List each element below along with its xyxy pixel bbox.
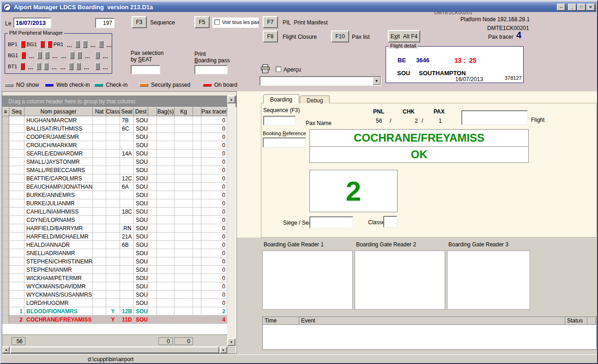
cell-bags bbox=[157, 257, 175, 266]
cell-name: COYNE/LORNAMS bbox=[24, 216, 93, 224]
table-row[interactable]: HARFIELD/BARRYMR.RNSOU0 bbox=[2, 224, 228, 233]
grid-column-header-paxtracer[interactable]: Pax tracer bbox=[201, 107, 227, 116]
title-bar[interactable]: Aiport Manager LDCS Boarding version 213… bbox=[2, 2, 596, 12]
table-row[interactable]: BEATTIE/CAROLMRS12CSOU0 bbox=[2, 174, 228, 183]
sequence-input[interactable] bbox=[263, 116, 296, 125]
event-column-event[interactable]: Event bbox=[299, 317, 565, 325]
table-row[interactable]: LORD/HUGOMRSOU0 bbox=[2, 299, 228, 307]
seat-input[interactable] bbox=[309, 216, 353, 228]
grid-column-header-seq[interactable]: Seq bbox=[9, 107, 24, 116]
cell-sp1 bbox=[148, 233, 157, 241]
grid-column-header-blank10[interactable] bbox=[193, 107, 201, 116]
grid-column-header-blank7[interactable] bbox=[148, 107, 157, 116]
cell-sp1 bbox=[148, 191, 157, 199]
tab-boarding[interactable]: Boarding bbox=[263, 94, 299, 103]
counter-slash-2: / bbox=[422, 118, 423, 124]
f5-button[interactable]: F5 bbox=[194, 16, 210, 28]
cell-cls bbox=[106, 299, 120, 307]
event-column-time[interactable]: Time bbox=[263, 317, 299, 325]
minimize-button[interactable]: _ bbox=[568, 4, 576, 11]
tab-debug[interactable]: Debug bbox=[300, 95, 330, 103]
resize-window-button[interactable]: ↔ bbox=[557, 4, 565, 11]
cell-kg bbox=[175, 216, 193, 224]
horizontal-scroll-thumb[interactable] bbox=[10, 346, 219, 353]
peripheral-dots-icon: … bbox=[85, 53, 91, 60]
grid-column-header-nompassager[interactable]: Nom passager bbox=[24, 107, 93, 116]
table-row[interactable]: HUGHAN/MARCMR7BSOU0 bbox=[2, 116, 228, 125]
classe-input[interactable] bbox=[383, 216, 397, 228]
grid-column-header-class[interactable]: Class bbox=[106, 107, 120, 116]
cell-kg bbox=[175, 166, 193, 174]
table-row[interactable]: STEPHEN/CHRISTINEMRSSOU0 bbox=[2, 257, 228, 266]
group-by-drop-zone[interactable]: Drag a column header here to group by th… bbox=[2, 95, 236, 107]
event-column-blank[interactable] bbox=[587, 317, 596, 325]
table-row[interactable]: WYCKMANS/SUSANMRSSOU0 bbox=[2, 291, 228, 299]
scroll-up-icon[interactable]: ▲ bbox=[227, 95, 236, 103]
grid-column-header-nat[interactable]: Nat bbox=[93, 107, 106, 116]
chevron-down-icon[interactable]: ▼ bbox=[373, 77, 381, 85]
table-row[interactable]: HARFIELD/MICHAELMR21ASOU0 bbox=[2, 233, 228, 241]
row-selector bbox=[2, 133, 9, 141]
grid-column-header-bags[interactable]: Bag(s) bbox=[157, 107, 175, 116]
table-row[interactable]: 1BLOOD/FIONAMRSY12BSOU2 bbox=[2, 307, 228, 316]
table-row[interactable]: SMALL/REBECCAMRSSOU0 bbox=[2, 166, 228, 174]
table-row[interactable]: CAHILL/NIAMHMISS18CSOU0 bbox=[2, 208, 228, 216]
voir-tous-les-pax-checkbox[interactable] bbox=[214, 19, 220, 25]
table-row[interactable]: WICKHAM/PETERMRSOU0 bbox=[2, 274, 228, 282]
table-row[interactable]: SMALL/JAYSTONMRSOU0 bbox=[2, 158, 228, 166]
cell-tracer: 0 bbox=[201, 216, 227, 224]
table-row[interactable]: SEARLE/EDWARDMR14ASOU0 bbox=[2, 149, 228, 158]
scroll-right-icon[interactable]: ► bbox=[220, 346, 227, 353]
cell-cls bbox=[106, 183, 120, 191]
table-row[interactable]: BEAUCHAMP/JONATHANDR6ASOU0 bbox=[2, 183, 228, 191]
table-row[interactable]: HEALD/ANNADR6BSOU0 bbox=[2, 241, 228, 249]
table-row[interactable]: COOPER/JAMESMRSOU0 bbox=[2, 133, 228, 141]
printer-combobox[interactable]: ▼ bbox=[260, 76, 381, 86]
cell-nat bbox=[93, 116, 106, 125]
booking-reference-input[interactable] bbox=[263, 137, 306, 148]
row-selector bbox=[2, 149, 9, 158]
cell-dest: SOU bbox=[134, 125, 148, 133]
table-row-selected[interactable]: 2COCHRANE/FREYAMISSY11DSOU4 bbox=[2, 316, 228, 324]
table-row[interactable]: WYCKMANS/DAVIDMRSOU0 bbox=[2, 282, 228, 291]
cell-nat bbox=[93, 133, 106, 141]
f10-button[interactable]: F10 bbox=[331, 30, 349, 42]
event-column-status[interactable]: Status bbox=[565, 317, 587, 325]
maximize-button[interactable]: □ bbox=[577, 4, 586, 11]
counter-input[interactable] bbox=[95, 18, 115, 28]
grid-column-header-seat[interactable]: Seat bbox=[120, 107, 134, 116]
cell-sp2 bbox=[193, 291, 201, 299]
peripheral-dots-icon: … bbox=[103, 64, 109, 71]
table-row[interactable]: BURKE/JULIANMRSOU0 bbox=[2, 199, 228, 208]
close-button[interactable]: × bbox=[586, 4, 595, 11]
f3-sequence-button[interactable]: F3 bbox=[132, 16, 147, 28]
scroll-down-icon[interactable]: ▼ bbox=[227, 338, 236, 346]
grid-column-header-kg[interactable]: Kg bbox=[175, 107, 193, 116]
printer-icon[interactable] bbox=[260, 64, 270, 73]
table-row[interactable]: STEPHEN/IANMRSOU0 bbox=[2, 266, 228, 274]
pax-selection-seat-input[interactable] bbox=[131, 65, 160, 74]
exit-button[interactable]: Exit Alt F4 bbox=[388, 30, 420, 42]
cell-seat: 12B bbox=[120, 307, 134, 316]
scroll-left-icon[interactable]: ◄ bbox=[2, 346, 10, 353]
f8-button[interactable]: F8 bbox=[263, 30, 278, 42]
pax-list-label: Pax list bbox=[352, 34, 370, 40]
vertical-scrollbar[interactable] bbox=[227, 95, 236, 346]
column-selector-icon[interactable]: ≣ bbox=[2, 107, 9, 116]
cell-kg bbox=[175, 141, 193, 149]
table-row[interactable]: CROUCH/MARKMRSOU0 bbox=[2, 141, 228, 149]
date-input[interactable] bbox=[13, 18, 51, 28]
table-row[interactable]: BALLISAT/RUTHMISS6CSOU0 bbox=[2, 125, 228, 133]
f7-button[interactable]: F7 bbox=[263, 16, 278, 28]
print-boarding-pass-input[interactable] bbox=[194, 65, 228, 74]
grid-column-header-dest[interactable]: Dest bbox=[134, 107, 148, 116]
grid-header: ≣SeqNom passagerNatClassSeatDestBag(s)Kg… bbox=[2, 107, 227, 116]
table-row[interactable]: BURKE/ANNEMRSSOU0 bbox=[2, 191, 228, 199]
apercu-checkbox[interactable] bbox=[276, 66, 281, 72]
table-row[interactable]: SNELL/ADRIANMRSOU0 bbox=[2, 249, 228, 257]
flight-input[interactable] bbox=[461, 110, 528, 125]
peripheral-status-led-red bbox=[20, 63, 25, 70]
table-row[interactable]: COYNE/LORNAMSSOU0 bbox=[2, 216, 228, 224]
cell-seq bbox=[9, 282, 24, 291]
cell-sp2 bbox=[193, 183, 201, 191]
